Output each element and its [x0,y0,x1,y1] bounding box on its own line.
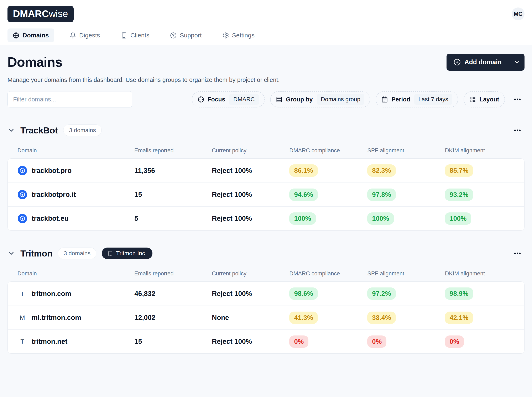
table-header-row: Domain Emails reported Current policy DM… [7,270,525,277]
plus-circle-icon [454,59,461,66]
emails-cell: 46,832 [134,290,212,298]
group-name: Tritmon [20,248,52,259]
column-header-dmarc: DMARC compliance [289,147,367,154]
domain-label: ml.tritmon.com [31,314,81,322]
dkim-badge: 93.2% [445,188,473,201]
dmarc-badge: 94.6% [289,188,318,201]
spf-badge: 97.8% [367,188,396,201]
domain-label: trackbot.pro [31,167,72,175]
ellipsis-icon [513,249,522,258]
add-domain-button[interactable]: Add domain [446,54,509,71]
building-icon [107,251,113,256]
add-domain-split-button: Add domain [446,54,525,71]
add-domain-menu-button[interactable] [509,54,525,71]
table-row[interactable]: T tritmon.net 15 Reject 100% 0% 0% 0% [8,329,524,353]
group-more-button[interactable] [510,246,525,261]
emails-cell: 11,356 [134,167,212,175]
brand-logo: DMARCwise [7,6,74,22]
group-org-badge: Tritmon Inc. [102,248,152,259]
toolbar-more-button[interactable] [510,92,525,106]
column-header-emails: Emails reported [134,147,212,154]
group-collapse-chevron-icon[interactable] [7,250,15,257]
column-header-dmarc: DMARC compliance [289,270,367,277]
nav-item-support[interactable]: Support [165,28,207,42]
nav-item-clients[interactable]: Clients [115,28,155,42]
package-icon [19,216,25,221]
table-header-row: Domain Emails reported Current policy DM… [7,147,525,154]
dkim-badge: 0% [445,335,464,348]
group-by-value: Domains group [317,94,365,105]
table-row[interactable]: T tritmon.com 46,832 Reject 100% 98.6% 9… [8,282,524,305]
group-collapse-chevron-icon[interactable] [7,127,15,134]
nav-item-settings[interactable]: Settings [217,28,260,42]
calendar-icon [382,96,388,103]
domain-favicon [18,166,27,175]
domain-label: trackbotpro.it [31,191,76,198]
domain-group: Tritmon 3 domains Tritmon Inc. Domain Em… [7,246,525,354]
gear-icon [223,32,229,39]
nav-label: Settings [232,32,255,39]
domain-label: tritmon.com [31,290,71,298]
package-icon [19,168,25,173]
group-more-button[interactable] [510,123,525,137]
nav-label: Domains [22,32,49,39]
period-filter-button[interactable]: Period Last 7 days [376,91,458,107]
nav-label: Support [180,32,201,39]
layout-button[interactable]: Layout [463,91,505,107]
groups: TrackBot 3 domains Domain Emails reporte… [7,123,525,354]
policy-cell: Reject 100% [212,338,289,345]
group-org-label: Tritmon Inc. [116,250,147,257]
dmarc-badge: 41.3% [289,312,318,324]
column-header-spf: SPF alignment [368,147,445,154]
spf-badge: 38.4% [367,312,396,324]
column-header-domain: Domain [18,147,134,154]
period-label: Period [391,96,410,103]
emails-cell: 15 [134,338,212,345]
filter-domains-input[interactable] [7,91,132,107]
policy-cell: None [212,314,289,322]
bell-icon [70,32,76,39]
domain-cell: trackbot.pro [18,166,134,175]
domain-favicon [18,190,27,199]
layout-label: Layout [479,96,499,103]
spf-badge: 97.2% [367,287,396,300]
nav-item-digests[interactable]: Digests [64,28,106,42]
brand-light: wise [49,8,68,19]
spf-badge: 100% [367,212,394,225]
domain-cell: trackbotpro.it [18,190,134,199]
crosshair-icon [198,96,204,103]
emails-cell: 15 [134,191,212,198]
domain-letter: M [18,314,27,321]
spf-badge: 82.3% [367,164,396,177]
help-circle-icon [170,32,176,39]
domain-letter: T [18,338,27,345]
policy-cell: Reject 100% [212,191,289,198]
column-header-dkim: DKIM alignment [445,147,514,154]
nav-label: Clients [130,32,150,39]
group-by-label: Group by [286,96,313,103]
group-by-filter-button[interactable]: Group by Domains group [270,91,370,107]
domain-group: TrackBot 3 domains Domain Emails reporte… [7,123,525,230]
table-row[interactable]: trackbot.eu 5 Reject 100% 100% 100% 100% [8,206,524,230]
table-row[interactable]: M ml.tritmon.com 12,002 None 41.3% 38.4%… [8,305,524,329]
group-name: TrackBot [20,125,58,136]
table-row[interactable]: trackbot.pro 11,356 Reject 100% 86.1% 82… [8,159,524,182]
column-header-dkim: DKIM alignment [445,270,514,277]
policy-cell: Reject 100% [212,290,289,298]
column-header-emails: Emails reported [134,270,212,277]
brand-bold: DMARC [13,8,49,19]
table-row[interactable]: trackbotpro.it 15 Reject 100% 94.6% 97.8… [8,182,524,206]
nav-item-domains[interactable]: Domains [7,28,54,42]
ellipsis-icon [513,95,522,104]
rows-icon [276,96,282,103]
dkim-badge: 100% [445,212,471,225]
policy-cell: Reject 100% [212,215,289,222]
dkim-badge: 42.1% [445,312,473,324]
dkim-badge: 98.9% [445,287,473,300]
page-subtitle: Manage your domains from this dashboard.… [7,76,525,83]
main-content: Domains Add domain Manage your domains f… [0,45,532,354]
user-avatar[interactable]: MC [512,7,525,20]
dkim-badge: 85.7% [445,164,473,177]
focus-filter-button[interactable]: Focus DMARC [192,91,265,107]
domain-cell: T tritmon.net [18,338,134,345]
